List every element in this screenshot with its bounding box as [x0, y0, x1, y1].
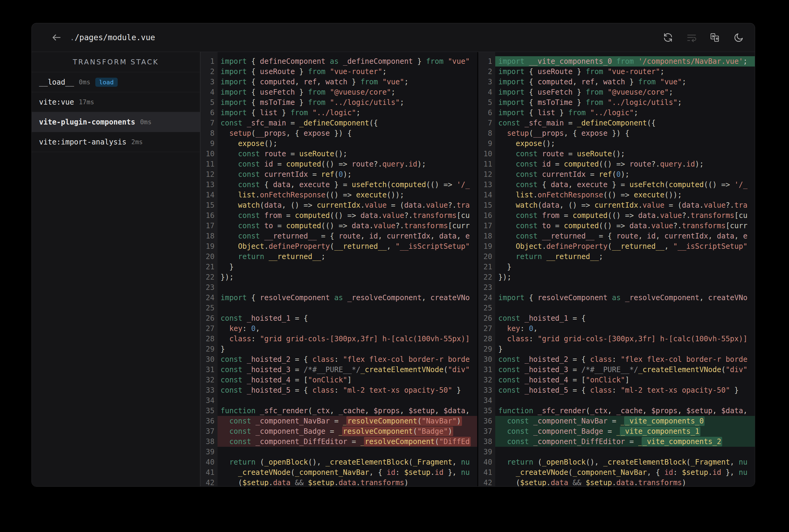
transform-stack-sidebar: TRANSFORM STACK __load__0msloadvite:vue1…	[32, 52, 201, 486]
line-number: 4	[478, 87, 495, 97]
line-content: import { useRoute } from "vue-router";	[495, 66, 755, 77]
line-number: 25	[478, 303, 495, 313]
line-content: const _hoisted_3 = /*#__PURE__*/_createE…	[218, 364, 477, 375]
code-line: 32const _hoisted_4 = ["onClick"]	[201, 375, 477, 385]
back-button[interactable]	[50, 31, 63, 44]
diff-inline-highlight: resolveComponent("DiffEd	[364, 437, 471, 446]
split-view-icon	[710, 32, 721, 43]
plugin-name: __load__	[39, 78, 74, 87]
page-title-path: /pages/module.vue	[75, 33, 155, 42]
line-content: list.onFetchResponse(() => execute());	[218, 190, 477, 200]
code-line: 31const _hoisted_3 = /*#__PURE__*/_creat…	[201, 364, 477, 375]
code-line: 11 const id = computed(() => route?.quer…	[478, 159, 755, 169]
line-content: return (_openBlock(), _createElementBloc…	[495, 457, 755, 467]
dark-mode-button[interactable]	[733, 32, 745, 43]
load-badge: load	[95, 78, 118, 87]
line-number: 1	[478, 56, 495, 66]
line-number: 28	[478, 334, 495, 344]
split-view-button[interactable]	[710, 32, 721, 43]
line-number: 11	[478, 159, 495, 169]
stack-item-vite-plugin-components[interactable]: vite-plugin-components0ms	[32, 112, 200, 132]
code-line: 33const _hoisted_5 = { class: "ml-2 text…	[478, 385, 755, 395]
code-line: 34	[478, 395, 755, 406]
stack-item-vite-vue[interactable]: vite:vue17ms	[32, 92, 200, 112]
line-wrap-button[interactable]	[686, 32, 697, 43]
code-line: 41 _createVNode(_component_NavBar, { id:…	[478, 467, 755, 478]
diff-line-added: 36 const _component_NavBar = __vite_comp…	[478, 416, 755, 426]
code-line: 11 const id = computed(() => route?.quer…	[201, 159, 477, 169]
line-content: const _hoisted_2 = { class: "flex flex-c…	[218, 354, 477, 364]
line-number: 32	[201, 375, 218, 385]
line-number: 26	[201, 313, 218, 323]
diff-line-deleted: 36 const _component_NavBar = _resolveCom…	[201, 416, 477, 426]
line-content: function _sfc_render(_ctx, _cache, $prop…	[495, 406, 755, 416]
line-number: 37	[478, 426, 495, 436]
code-line: 10 const route = useRoute();	[478, 149, 755, 159]
stack-item-load[interactable]: __load__0msload	[32, 72, 200, 92]
line-number: 34	[478, 395, 495, 406]
line-content: const _hoisted_4 = ["onClick"]	[218, 375, 477, 385]
line-number: 39	[201, 447, 218, 457]
diff-line-added: 37 const _component_Badge = __vite_compo…	[478, 426, 755, 436]
line-number: 25	[201, 303, 218, 313]
stack-item-vite-import-analysis[interactable]: vite:import-analysis2ms	[32, 132, 200, 152]
code-line: 40 return (_openBlock(), _createElementB…	[478, 457, 755, 467]
line-content: expose();	[218, 138, 477, 149]
refresh-button[interactable]	[662, 32, 674, 43]
code-line: 20 return __returned__;	[478, 251, 755, 262]
line-number: 6	[478, 108, 495, 118]
line-content: ($setup.data && $setup.data.transforms)	[495, 478, 755, 486]
line-number: 39	[478, 447, 495, 457]
line-content: import { msToTime } from "../logic/utils…	[495, 97, 755, 108]
line-number: 15	[478, 200, 495, 210]
line-number: 28	[201, 334, 218, 344]
code-line: 22});	[201, 272, 477, 282]
line-content	[218, 395, 477, 406]
code-line: 42 ($setup.data && $setup.data.transform…	[201, 478, 477, 486]
line-content: });	[218, 272, 477, 282]
code-line: 28 class: "grid grid-cols-[300px,3fr] h-…	[201, 334, 477, 344]
line-number: 5	[478, 97, 495, 108]
code-line: 13 const { data, execute } = useFetch(co…	[478, 179, 755, 190]
line-number: 5	[201, 97, 218, 108]
code-line: 32const _hoisted_4 = ["onClick"]	[478, 375, 755, 385]
line-content: const _hoisted_3 = /*#__PURE__*/_createE…	[495, 364, 755, 375]
diff-inline-highlight: _vite_components_2	[642, 437, 722, 446]
code-line: 9 expose();	[478, 138, 755, 149]
code-line: 39	[201, 447, 477, 457]
line-wrap-icon	[686, 32, 697, 43]
page-title: ./pages/module.vue	[70, 33, 155, 42]
line-number: 41	[478, 467, 495, 478]
line-content: key: 0,	[495, 323, 755, 334]
code-line: 5import { msToTime } from "../logic/util…	[201, 97, 477, 108]
line-content: _createVNode(_component_NavBar, { id: $s…	[495, 467, 755, 478]
line-content: import { list } from "../logic";	[495, 108, 755, 118]
plugin-time: 0ms	[79, 79, 90, 86]
code-pane-after[interactable]: 1import __vite_components_0 from '/compo…	[478, 52, 755, 486]
line-number: 18	[201, 231, 218, 241]
line-content: return __returned__;	[218, 251, 477, 262]
line-content: import { resolveComponent as _resolveCom…	[495, 292, 755, 303]
line-content: import __vite_components_0 from '/compon…	[495, 56, 755, 66]
code-line: 29}	[201, 344, 477, 354]
line-content: class: "grid grid-cols-[300px,3fr] h-[ca…	[218, 334, 477, 344]
line-number: 38	[478, 436, 495, 447]
line-content: watch(data, () => currentIdx.value = (da…	[495, 200, 755, 210]
code-line: 25	[478, 303, 755, 313]
line-content: list.onFetchResponse(() => execute());	[495, 190, 755, 200]
line-number: 29	[478, 344, 495, 354]
line-number: 35	[201, 406, 218, 416]
plugin-name: vite:vue	[39, 98, 74, 107]
line-number: 14	[478, 190, 495, 200]
line-content: function _sfc_render(_ctx, _cache, $prop…	[218, 406, 477, 416]
code-line: 10 const route = useRoute();	[201, 149, 477, 159]
line-number: 8	[478, 128, 495, 138]
refresh-icon	[663, 32, 674, 43]
line-content: }	[495, 262, 755, 272]
code-line: 15 watch(data, () => currentIdx.value = …	[478, 200, 755, 210]
code-line: 40 return (_openBlock(), _createElementB…	[201, 457, 477, 467]
line-number: 36	[478, 416, 495, 426]
code-pane-before[interactable]: 1import { defineComponent as _defineComp…	[201, 52, 477, 486]
code-line: 6import { list } from "../logic";	[478, 108, 755, 118]
line-content: Object.defineProperty(__returned__, "__i…	[495, 241, 755, 251]
